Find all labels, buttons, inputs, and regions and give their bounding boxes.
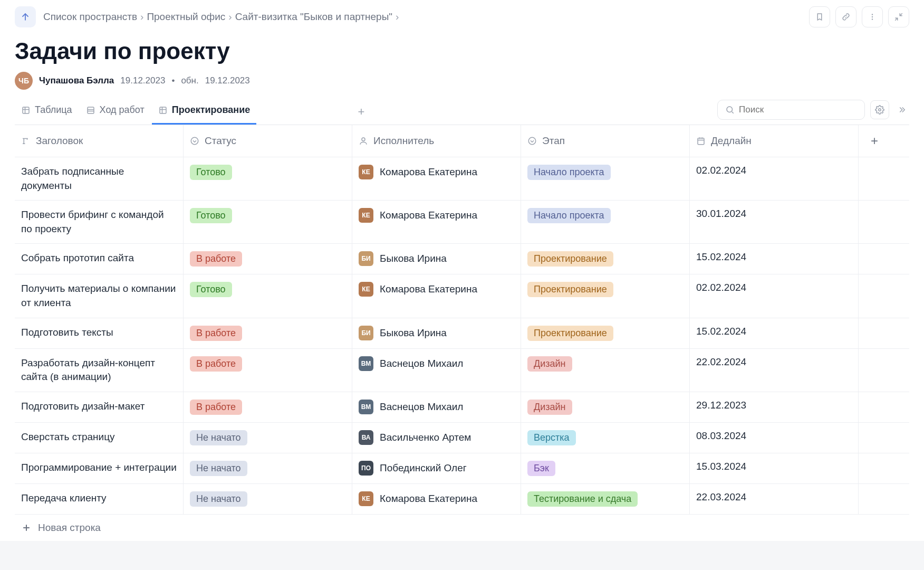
cell-title[interactable]: Получить материалы о компании от клиента [15, 274, 184, 317]
cell-title[interactable]: Передача клиенту [15, 484, 184, 514]
search-input[interactable] [739, 104, 857, 115]
cell-title[interactable]: Забрать подписанные документы [15, 157, 184, 200]
cell-status[interactable]: В работе [184, 392, 352, 422]
link-button[interactable] [835, 6, 856, 27]
add-row-button[interactable]: Новая строка [15, 515, 909, 541]
cell-title[interactable]: Подготовить тексты [15, 318, 184, 348]
cell-stage[interactable]: Тестирование и сдача [521, 484, 690, 514]
cell-deadline[interactable]: 02.02.2024 [690, 157, 859, 200]
cell-deadline[interactable]: 29.12.2023 [690, 392, 859, 422]
view-settings-button[interactable] [870, 100, 889, 119]
view-tab[interactable]: Проектирование [152, 99, 257, 125]
breadcrumb-item[interactable]: Проектный офис [147, 11, 225, 23]
table-row[interactable]: Подготовить дизайн-макетВ работеВМВаснец… [15, 392, 909, 423]
col-deadline[interactable]: Дедлайн [690, 125, 859, 157]
view-tab[interactable]: Таблица [15, 99, 79, 125]
author-avatar: ЧБ [15, 72, 33, 90]
cell-stage[interactable]: Дизайн [521, 349, 690, 392]
col-status[interactable]: Статус [184, 125, 352, 157]
table-row[interactable]: Разработать дизайн-концепт сайта (в аним… [15, 349, 909, 392]
cell-status[interactable]: В работе [184, 318, 352, 348]
cell-stage[interactable]: Верстка [521, 423, 690, 453]
table-row[interactable]: Провести брифинг с командой по проектуГо… [15, 201, 909, 244]
table-row[interactable]: Передача клиентуНе начатоКЕКомарова Екат… [15, 484, 909, 515]
cell-title[interactable]: Подготовить дизайн-макет [15, 392, 184, 422]
search-box[interactable] [717, 100, 865, 120]
cell-stage[interactable]: Проектирование [521, 244, 690, 274]
col-stage[interactable]: Этап [521, 125, 690, 157]
table-row[interactable]: Сверстать страницуНе начатоВАВасильченко… [15, 423, 909, 453]
cell-assignee[interactable]: БИБыкова Ирина [352, 244, 521, 274]
cell-status[interactable]: Не начато [184, 453, 352, 483]
assignee-name: Васнецов Михаил [380, 401, 463, 413]
cell-status[interactable]: Готово [184, 157, 352, 200]
cell-stage[interactable]: Начало проекта [521, 201, 690, 243]
cell-assignee[interactable]: КЕКомарова Екатерина [352, 274, 521, 317]
view-tab[interactable]: Ход работ [80, 99, 151, 125]
cell-stage[interactable]: Бэк [521, 453, 690, 483]
bookmark-button[interactable] [809, 6, 830, 27]
table-row[interactable]: Собрать прототип сайтаВ работеБИБыкова И… [15, 244, 909, 274]
cell-stage[interactable]: Проектирование [521, 318, 690, 348]
table-row[interactable]: Подготовить текстыВ работеБИБыкова Ирина… [15, 318, 909, 349]
cell-deadline[interactable]: 08.03.2024 [690, 423, 859, 453]
table-row[interactable]: Программирование + интеграцииНе начатоПО… [15, 453, 909, 484]
cell-deadline[interactable]: 30.01.2024 [690, 201, 859, 243]
assignee-avatar: КЕ [359, 282, 373, 297]
cell-status[interactable]: Не начато [184, 423, 352, 453]
cell-deadline[interactable]: 22.02.2024 [690, 349, 859, 392]
cell-status[interactable]: Готово [184, 201, 352, 243]
cell-assignee[interactable]: КЕКомарова Екатерина [352, 484, 521, 514]
breadcrumb-item[interactable]: Сайт-визитка "Быков и партнеры" [235, 11, 392, 23]
cell-title[interactable]: Провести брифинг с командой по проекту [15, 201, 184, 243]
cell-assignee[interactable]: БИБыкова Ирина [352, 318, 521, 348]
cell-deadline[interactable]: 15.02.2024 [690, 244, 859, 274]
cell-stage[interactable]: Дизайн [521, 392, 690, 422]
col-title[interactable]: Заголовок [15, 125, 184, 157]
cell-stage[interactable]: Проектирование [521, 274, 690, 317]
up-button[interactable] [15, 6, 36, 27]
cell-assignee[interactable]: ВАВасильченко Артем [352, 423, 521, 453]
cell-deadline[interactable]: 02.02.2024 [690, 274, 859, 317]
assignee-name: Комарова Екатерина [380, 210, 477, 221]
cell-deadline[interactable]: 15.02.2024 [690, 318, 859, 348]
svg-point-1 [872, 16, 873, 17]
tabs-row: ТаблицаХод работПроектирование + [15, 99, 909, 125]
cell-deadline[interactable]: 15.03.2024 [690, 453, 859, 483]
table-row[interactable]: Получить материалы о компании от клиента… [15, 274, 909, 318]
cell-assignee[interactable]: ПОПобединский Олег [352, 453, 521, 483]
status-badge: Готово [190, 165, 232, 180]
svg-point-8 [191, 137, 198, 145]
cell-deadline[interactable]: 22.03.2024 [690, 484, 859, 514]
svg-rect-4 [88, 107, 94, 113]
more-button[interactable] [862, 6, 883, 27]
cell-assignee[interactable]: ВМВаснецов Михаил [352, 349, 521, 392]
cell-assignee[interactable]: КЕКомарова Екатерина [352, 201, 521, 243]
cell-title[interactable]: Сверстать страницу [15, 423, 184, 453]
collapse-button[interactable] [888, 6, 909, 27]
cell-title[interactable]: Собрать прототип сайта [15, 244, 184, 274]
cell-status[interactable]: В работе [184, 349, 352, 392]
add-view-button[interactable]: + [353, 102, 370, 122]
table-header: Заголовок Статус Исполнитель Этап Дедлай… [15, 125, 909, 157]
cell-title[interactable]: Программирование + интеграции [15, 453, 184, 483]
status-badge: Готово [190, 208, 232, 223]
cell-stage[interactable]: Начало проекта [521, 157, 690, 200]
assignee-avatar: ВА [359, 430, 373, 445]
cell-status[interactable]: Не начато [184, 484, 352, 514]
assignee-avatar: КЕ [359, 208, 373, 223]
table-row[interactable]: Забрать подписанные документыГотовоКЕКом… [15, 157, 909, 201]
minimize-icon [894, 12, 903, 22]
cell-status[interactable]: В работе [184, 244, 352, 274]
cell-assignee[interactable]: КЕКомарова Екатерина [352, 157, 521, 200]
breadcrumb-item[interactable]: Список пространств [43, 11, 137, 23]
cell-title[interactable]: Разработать дизайн-концепт сайта (в аним… [15, 349, 184, 392]
cell-spacer [859, 201, 890, 243]
col-assignee[interactable]: Исполнитель [352, 125, 521, 157]
svg-point-2 [872, 18, 873, 20]
sidebar-toggle-button[interactable] [894, 100, 909, 119]
cell-status[interactable]: Готово [184, 274, 352, 317]
cell-assignee[interactable]: ВМВаснецов Михаил [352, 392, 521, 422]
add-column-button[interactable]: + [859, 125, 890, 157]
breadcrumbs: Список пространств › Проектный офис › Са… [43, 11, 802, 23]
